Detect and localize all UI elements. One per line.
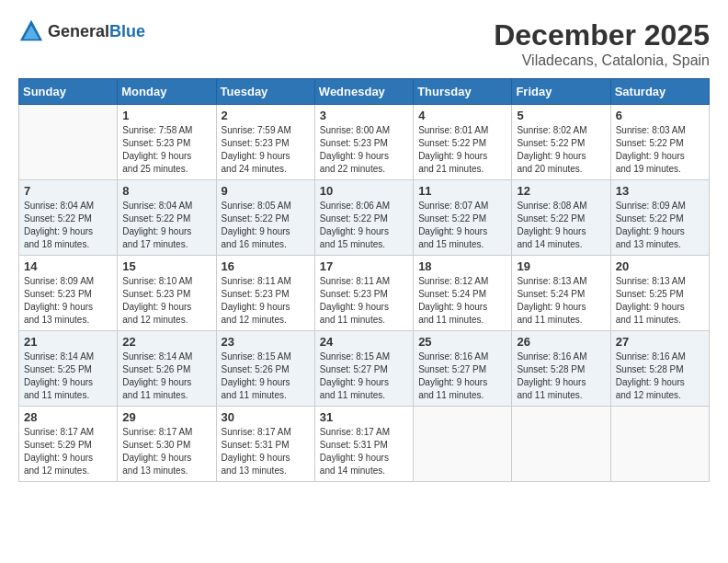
day-info: Sunrise: 8:17 AM Sunset: 5:29 PM Dayligh… (24, 426, 112, 477)
day-number: 18 (418, 259, 506, 273)
day-info: Sunrise: 7:59 AM Sunset: 5:23 PM Dayligh… (222, 124, 310, 176)
calendar-day-cell: 28Sunrise: 8:17 AM Sunset: 5:29 PM Dayli… (19, 407, 118, 482)
calendar-day-cell: 26Sunrise: 8:16 AM Sunset: 5:28 PM Dayli… (512, 331, 610, 407)
weekday-header: Friday (512, 79, 610, 105)
day-number: 26 (517, 335, 605, 349)
day-info: Sunrise: 8:14 AM Sunset: 5:26 PM Dayligh… (122, 350, 210, 402)
day-number: 19 (517, 259, 605, 273)
calendar-day-cell: 10Sunrise: 8:06 AM Sunset: 5:22 PM Dayli… (314, 180, 413, 256)
day-info: Sunrise: 8:16 AM Sunset: 5:28 PM Dayligh… (517, 350, 605, 402)
calendar-day-cell (19, 105, 118, 180)
calendar-day-cell: 7Sunrise: 8:04 AM Sunset: 5:22 PM Daylig… (19, 180, 118, 256)
calendar-day-cell: 19Sunrise: 8:13 AM Sunset: 5:24 PM Dayli… (512, 256, 610, 331)
day-info: Sunrise: 8:15 AM Sunset: 5:26 PM Dayligh… (222, 350, 310, 402)
day-info: Sunrise: 8:04 AM Sunset: 5:22 PM Dayligh… (122, 200, 210, 251)
day-number: 27 (616, 335, 704, 349)
calendar-day-cell (414, 407, 512, 482)
calendar-day-cell: 5Sunrise: 8:02 AM Sunset: 5:22 PM Daylig… (512, 105, 610, 180)
calendar-day-cell: 2Sunrise: 7:59 AM Sunset: 5:23 PM Daylig… (216, 105, 314, 180)
day-info: Sunrise: 8:02 AM Sunset: 5:22 PM Dayligh… (517, 124, 605, 176)
day-info: Sunrise: 8:17 AM Sunset: 5:31 PM Dayligh… (320, 426, 408, 477)
logo-icon (18, 18, 44, 44)
calendar-day-cell: 9Sunrise: 8:05 AM Sunset: 5:22 PM Daylig… (216, 180, 314, 256)
calendar-day-cell: 14Sunrise: 8:09 AM Sunset: 5:23 PM Dayli… (19, 256, 118, 331)
day-info: Sunrise: 8:16 AM Sunset: 5:28 PM Dayligh… (616, 350, 704, 402)
calendar-day-cell: 23Sunrise: 8:15 AM Sunset: 5:26 PM Dayli… (216, 331, 314, 407)
weekday-header: Saturday (610, 79, 709, 105)
month-title: December 2025 (494, 18, 710, 52)
calendar-table: SundayMondayTuesdayWednesdayThursdayFrid… (18, 78, 710, 482)
day-number: 15 (122, 259, 210, 273)
calendar-day-cell: 16Sunrise: 8:11 AM Sunset: 5:23 PM Dayli… (216, 256, 314, 331)
calendar-day-cell: 30Sunrise: 8:17 AM Sunset: 5:31 PM Dayli… (216, 407, 314, 482)
day-number: 24 (320, 335, 408, 349)
day-info: Sunrise: 8:15 AM Sunset: 5:27 PM Dayligh… (320, 350, 408, 402)
day-number: 3 (320, 109, 408, 122)
calendar-day-cell: 6Sunrise: 8:03 AM Sunset: 5:22 PM Daylig… (610, 105, 709, 180)
day-number: 20 (616, 259, 704, 273)
title-block: December 2025 Viladecans, Catalonia, Spa… (494, 18, 710, 69)
day-number: 16 (222, 259, 310, 273)
day-info: Sunrise: 8:09 AM Sunset: 5:22 PM Dayligh… (616, 200, 704, 251)
calendar-day-cell: 21Sunrise: 8:14 AM Sunset: 5:25 PM Dayli… (19, 331, 118, 407)
calendar-day-cell: 12Sunrise: 8:08 AM Sunset: 5:22 PM Dayli… (512, 180, 610, 256)
day-number: 21 (24, 335, 112, 349)
day-number: 12 (517, 184, 605, 198)
day-number: 17 (320, 259, 408, 273)
day-number: 13 (616, 184, 704, 198)
day-number: 7 (24, 184, 112, 198)
calendar-week-row: 1Sunrise: 7:58 AM Sunset: 5:23 PM Daylig… (19, 105, 710, 180)
calendar-day-cell: 18Sunrise: 8:12 AM Sunset: 5:24 PM Dayli… (414, 256, 512, 331)
day-info: Sunrise: 8:03 AM Sunset: 5:22 PM Dayligh… (616, 124, 704, 176)
day-info: Sunrise: 8:14 AM Sunset: 5:25 PM Dayligh… (24, 350, 112, 402)
day-number: 9 (222, 184, 310, 198)
day-info: Sunrise: 8:13 AM Sunset: 5:24 PM Dayligh… (517, 275, 605, 327)
page-header: GeneralBlue December 2025 Viladecans, Ca… (18, 18, 710, 69)
calendar-day-cell (610, 407, 709, 482)
day-info: Sunrise: 8:01 AM Sunset: 5:22 PM Dayligh… (418, 124, 506, 176)
weekday-header: Sunday (19, 79, 118, 105)
day-number: 2 (222, 109, 310, 122)
day-number: 14 (24, 259, 112, 273)
location-title: Viladecans, Catalonia, Spain (494, 52, 710, 69)
day-info: Sunrise: 8:04 AM Sunset: 5:22 PM Dayligh… (24, 200, 112, 251)
day-number: 10 (320, 184, 408, 198)
day-info: Sunrise: 8:12 AM Sunset: 5:24 PM Dayligh… (418, 275, 506, 327)
day-number: 5 (517, 109, 605, 122)
day-info: Sunrise: 8:10 AM Sunset: 5:23 PM Dayligh… (122, 275, 210, 327)
calendar-day-cell: 3Sunrise: 8:00 AM Sunset: 5:23 PM Daylig… (314, 105, 413, 180)
calendar-day-cell: 29Sunrise: 8:17 AM Sunset: 5:30 PM Dayli… (118, 407, 216, 482)
day-number: 23 (222, 335, 310, 349)
calendar-day-cell: 22Sunrise: 8:14 AM Sunset: 5:26 PM Dayli… (118, 331, 216, 407)
weekday-header: Wednesday (314, 79, 413, 105)
day-number: 31 (320, 410, 408, 424)
weekday-header: Monday (118, 79, 216, 105)
calendar-day-cell: 17Sunrise: 8:11 AM Sunset: 5:23 PM Dayli… (314, 256, 413, 331)
calendar-day-cell: 31Sunrise: 8:17 AM Sunset: 5:31 PM Dayli… (314, 407, 413, 482)
day-number: 4 (418, 109, 506, 122)
calendar-day-cell (512, 407, 610, 482)
calendar-day-cell: 4Sunrise: 8:01 AM Sunset: 5:22 PM Daylig… (414, 105, 512, 180)
logo: GeneralBlue (18, 18, 145, 44)
calendar-day-cell: 25Sunrise: 8:16 AM Sunset: 5:27 PM Dayli… (414, 331, 512, 407)
calendar-day-cell: 11Sunrise: 8:07 AM Sunset: 5:22 PM Dayli… (414, 180, 512, 256)
calendar-week-row: 7Sunrise: 8:04 AM Sunset: 5:22 PM Daylig… (19, 180, 710, 256)
calendar-week-row: 28Sunrise: 8:17 AM Sunset: 5:29 PM Dayli… (19, 407, 710, 482)
calendar-day-cell: 13Sunrise: 8:09 AM Sunset: 5:22 PM Dayli… (610, 180, 709, 256)
calendar-day-cell: 15Sunrise: 8:10 AM Sunset: 5:23 PM Dayli… (118, 256, 216, 331)
calendar-day-cell: 20Sunrise: 8:13 AM Sunset: 5:25 PM Dayli… (610, 256, 709, 331)
logo-general: General (48, 22, 109, 40)
day-number: 30 (222, 410, 310, 424)
day-info: Sunrise: 8:09 AM Sunset: 5:23 PM Dayligh… (24, 275, 112, 327)
day-info: Sunrise: 8:11 AM Sunset: 5:23 PM Dayligh… (222, 275, 310, 327)
calendar-week-row: 14Sunrise: 8:09 AM Sunset: 5:23 PM Dayli… (19, 256, 710, 331)
day-info: Sunrise: 8:16 AM Sunset: 5:27 PM Dayligh… (418, 350, 506, 402)
calendar-day-cell: 8Sunrise: 8:04 AM Sunset: 5:22 PM Daylig… (118, 180, 216, 256)
day-info: Sunrise: 8:07 AM Sunset: 5:22 PM Dayligh… (418, 200, 506, 251)
weekday-header: Tuesday (216, 79, 314, 105)
day-info: Sunrise: 8:06 AM Sunset: 5:22 PM Dayligh… (320, 200, 408, 251)
calendar-header-row: SundayMondayTuesdayWednesdayThursdayFrid… (19, 79, 710, 105)
day-info: Sunrise: 8:08 AM Sunset: 5:22 PM Dayligh… (517, 200, 605, 251)
day-number: 25 (418, 335, 506, 349)
day-number: 6 (616, 109, 704, 122)
